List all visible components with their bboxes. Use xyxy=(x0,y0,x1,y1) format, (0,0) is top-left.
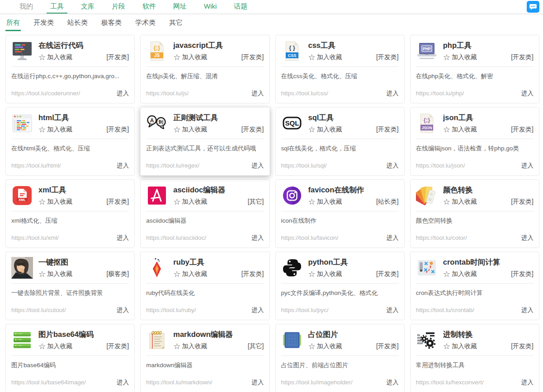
add-favorite-button[interactable]: ☆ 加入收藏 xyxy=(38,270,72,278)
star-icon: ☆ xyxy=(173,53,180,61)
nav-item-docs[interactable]: 文库 xyxy=(77,0,98,14)
filter-item-all[interactable]: 所有 xyxy=(5,19,21,31)
tool-card[interactable]: crontab时间计算 ☆ 加入收藏 [开发类] cron表达式执行时间计算 h… xyxy=(410,252,539,320)
svg-text:{;}: {;} xyxy=(424,117,430,123)
add-favorite-button[interactable]: ☆ 加入收藏 xyxy=(173,53,207,61)
add-favorite-button[interactable]: ☆ 加入收藏 xyxy=(38,53,72,61)
filter-item-geek[interactable]: 极客类 xyxy=(100,19,123,31)
add-favorite-button[interactable]: ☆ 加入收藏 xyxy=(443,270,477,278)
tool-card[interactable]: 01011000010110 进制转换 ☆ 加入收藏 [开发类] 常用进制转换工… xyxy=(410,324,539,392)
enter-link[interactable]: 进入 xyxy=(387,89,399,98)
enter-link[interactable]: 进入 xyxy=(387,306,399,314)
filter-item-academic[interactable]: 学术类 xyxy=(134,19,156,31)
chat-button[interactable] xyxy=(527,1,539,13)
tool-card-grid: 在线运行代码 ☆ 加入收藏 [开发类] 在线运行php,c,c++,go,pyt… xyxy=(5,35,539,392)
add-favorite-button[interactable]: ☆ 加入收藏 xyxy=(308,126,342,134)
enter-link[interactable]: 进入 xyxy=(117,378,129,387)
tool-card[interactable]: html工具 ☆ 加入收藏 [开发类] 在线html美化、格式化、压缩 http… xyxy=(5,107,135,176)
add-favorite-button[interactable]: ☆ 加入收藏 xyxy=(443,53,477,61)
enter-link[interactable]: 进入 xyxy=(117,306,129,314)
tool-title: 进制转换 xyxy=(443,330,534,339)
nav-item-urls[interactable]: 网址 xyxy=(170,0,190,14)
enter-link[interactable]: 进入 xyxy=(521,234,534,242)
tool-card[interactable]: {;}JS javascript工具 ☆ 加入收藏 [开发类] 在线js美化、解… xyxy=(140,35,269,103)
enter-link[interactable]: 进入 xyxy=(117,162,129,170)
add-favorite-button[interactable]: ☆ 加入收藏 xyxy=(173,126,207,134)
filter-item-dev[interactable]: 开发类 xyxy=(33,19,55,31)
add-favorite-button[interactable]: ☆ 加入收藏 xyxy=(308,270,342,278)
category-badge: [开发类] xyxy=(511,342,534,350)
enter-link[interactable]: 进入 xyxy=(387,234,399,242)
add-favorite-button[interactable]: ☆ 加入收藏 xyxy=(308,342,342,350)
enter-link[interactable]: 进入 xyxy=(521,162,534,170)
enter-link[interactable]: 进入 xyxy=(252,306,264,314)
category-badge: [开发类] xyxy=(511,126,534,134)
tool-url: https://tool.lu/hexconvert/ xyxy=(416,379,484,386)
svg-text:XML: XML xyxy=(19,198,26,202)
add-favorite-button[interactable]: ☆ 加入收藏 xyxy=(38,342,72,350)
regex-translate-icon: A到 xyxy=(146,112,168,134)
tool-card[interactable]: 图片base64编码 ☆ 加入收藏 [开发类] 图片base64编码 https… xyxy=(5,324,135,392)
category-badge: [开发类] xyxy=(241,126,264,134)
card-header: 占位图片 ☆ 加入收藏 [开发类] xyxy=(281,329,399,351)
filter-item-other[interactable]: 其它 xyxy=(168,19,184,31)
tool-card[interactable]: favicon在线制作 ☆ 加入收藏 [站长类] icon在线制作 https:… xyxy=(275,179,405,248)
enter-link[interactable]: 进入 xyxy=(387,162,399,170)
tool-card[interactable]: 颜色转换 ☆ 加入收藏 [开发类] 颜色空间转换 https://tool.lu… xyxy=(410,179,539,248)
enter-link[interactable]: 进入 xyxy=(521,89,534,98)
tool-card[interactable]: 在线运行代码 ☆ 加入收藏 [开发类] 在线运行php,c,c++,go,pyt… xyxy=(5,35,135,103)
nav-item-tools[interactable]: 工具 xyxy=(47,0,67,14)
sql-badge-icon: SQL xyxy=(281,112,303,134)
enter-link[interactable]: 进入 xyxy=(252,89,264,98)
enter-link[interactable]: 进入 xyxy=(117,234,129,242)
enter-link[interactable]: 进入 xyxy=(252,162,264,170)
tool-description: xml格式化、压缩 xyxy=(11,217,129,225)
divider xyxy=(281,355,399,356)
nav-item-my[interactable]: 我的 xyxy=(16,0,37,14)
add-favorite-button[interactable]: ☆ 加入收藏 xyxy=(173,342,207,350)
enter-link[interactable]: 进入 xyxy=(521,306,534,314)
add-favorite-button[interactable]: ☆ 加入收藏 xyxy=(38,126,72,134)
add-favorite-button[interactable]: ☆ 加入收藏 xyxy=(38,198,72,206)
enter-link[interactable]: 进入 xyxy=(252,234,264,242)
add-favorite-button[interactable]: ☆ 加入收藏 xyxy=(308,198,342,206)
tool-card[interactable]: markdown编辑器 ☆ 加入收藏 [其它] markdown编辑器 http… xyxy=(140,324,269,392)
add-favorite-button[interactable]: ☆ 加入收藏 xyxy=(443,342,477,350)
enter-link[interactable]: 进入 xyxy=(252,378,264,387)
tool-card[interactable]: python工具 ☆ 加入收藏 [开发类] pyc文件反编译,python美化、… xyxy=(275,252,405,320)
enter-link[interactable]: 进入 xyxy=(387,378,399,387)
tool-card[interactable]: SQL sql工具 ☆ 加入收藏 [开发类] sql在线美化，格式化，压缩 ht… xyxy=(275,107,405,176)
nav-item-wiki[interactable]: Wiki xyxy=(200,0,220,14)
tool-url: https://tool.lu/color/ xyxy=(416,234,467,241)
category-badge: [开发类] xyxy=(376,270,399,278)
tool-card[interactable]: PHP php工具 ☆ 加入收藏 [开发类] 在线php美化、格式化、解密 ht… xyxy=(410,35,539,103)
add-favorite-button[interactable]: ☆ 加入收藏 xyxy=(443,198,477,206)
nav-item-topics[interactable]: 话题 xyxy=(230,0,251,14)
css-file-icon: { }CSS xyxy=(281,40,303,62)
tool-card[interactable]: 占位图片 ☆ 加入收藏 [开发类] 占位图片、前端占位图片 https://to… xyxy=(275,324,405,392)
tool-description: 在线css美化、格式化、压缩 xyxy=(281,72,399,80)
card-header: 颜色转换 ☆ 加入收藏 [开发类] xyxy=(416,185,534,206)
nav-item-snippets[interactable]: 片段 xyxy=(108,0,129,14)
add-favorite-button[interactable]: ☆ 加入收藏 xyxy=(173,270,207,278)
tool-card[interactable]: asciidoc编辑器 ☆ 加入收藏 [其它] asciidoc编辑器 http… xyxy=(140,179,269,248)
tool-card[interactable]: { }CSS css工具 ☆ 加入收藏 [开发类] 在线css美化、格式化、压缩… xyxy=(275,35,405,103)
card-header: markdown编辑器 ☆ 加入收藏 [其它] xyxy=(146,329,264,351)
star-icon: ☆ xyxy=(38,198,46,206)
add-favorite-button[interactable]: ☆ 加入收藏 xyxy=(443,126,477,134)
tool-card[interactable]: {;}JSON json工具 ☆ 加入收藏 [开发类] 在线编辑json，语法检… xyxy=(410,107,539,176)
hexconvert-gears-icon: 01011000010110 xyxy=(416,329,438,351)
tool-card[interactable]: XML xml工具 ☆ 加入收藏 [开发类] xml格式化、压缩 https:/… xyxy=(5,179,135,248)
add-favorite-button[interactable]: ☆ 加入收藏 xyxy=(173,198,207,206)
favorite-label: 加入收藏 xyxy=(452,126,477,134)
card-header: {;}JSON json工具 ☆ 加入收藏 [开发类] xyxy=(416,112,534,134)
tool-card[interactable]: A到 正则测试工具 ☆ 加入收藏 [开发类] 正则表达式测试工具，还可以生成代码… xyxy=(140,107,269,176)
tool-card[interactable]: 一键抠图 ☆ 加入收藏 [极客类] 一键去除照片背景、证件照换背景 https:… xyxy=(5,252,135,320)
add-favorite-button[interactable]: ☆ 加入收藏 xyxy=(308,53,342,61)
nav-item-software[interactable]: 软件 xyxy=(139,0,160,14)
enter-link[interactable]: 进入 xyxy=(117,89,129,98)
tool-card[interactable]: ruby工具 ☆ 加入收藏 [开发类] ruby代码在线美化 https://t… xyxy=(140,252,269,320)
filter-item-webmaster[interactable]: 站长类 xyxy=(66,19,89,31)
code-runner-icon xyxy=(11,40,33,62)
enter-link[interactable]: 进入 xyxy=(521,378,534,387)
